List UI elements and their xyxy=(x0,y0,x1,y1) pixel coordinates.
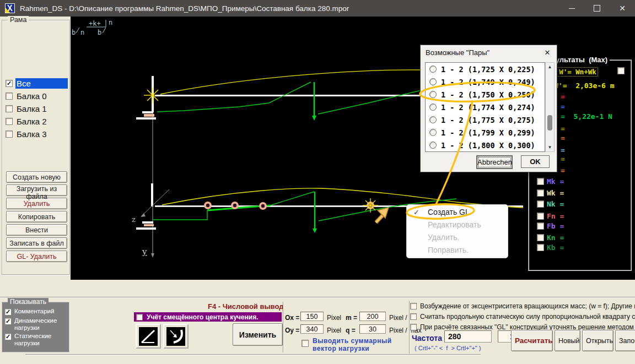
close-button[interactable]: ✕ xyxy=(610,0,635,17)
results-header-checkbox[interactable] xyxy=(617,67,625,74)
radio-icon[interactable] xyxy=(429,78,437,85)
axis-z-label: z xyxy=(132,215,136,224)
q-label: q = xyxy=(346,327,356,334)
sidebar-button[interactable]: Копировать xyxy=(6,211,67,222)
radio-icon[interactable] xyxy=(429,142,437,149)
results-row-checkbox[interactable] xyxy=(537,189,544,197)
results-value: = 5,22e-1 N xyxy=(561,112,612,121)
frame-item[interactable]: Балка 3 xyxy=(4,128,68,140)
new-button[interactable]: Новый xyxy=(555,330,580,351)
pair-option-label: 1 - 2 (1,750 X 0,250) xyxy=(441,90,535,99)
frame-item[interactable]: Балка 0 xyxy=(4,90,68,102)
minimize-button[interactable] xyxy=(559,0,584,17)
results-row-checkbox[interactable] xyxy=(537,178,544,185)
frame-item-checkbox[interactable] xyxy=(6,131,13,138)
show-option-checkbox[interactable]: ✓ xyxy=(4,308,12,316)
results-checkbox-row: Fb = xyxy=(537,222,564,230)
pairs-scrollbar[interactable]: ▲ ▼ xyxy=(545,62,555,152)
sidebar-button[interactable]: Создать новую xyxy=(6,171,67,183)
pair-option[interactable]: 1 - 2 (1,749 X 0,249) xyxy=(426,75,545,88)
sidebar-button[interactable]: GL- Удалить xyxy=(6,251,67,262)
pair-option[interactable]: 1 - 2 (1,799 X 0,299) xyxy=(426,126,545,139)
pair-option[interactable]: 1 - 2 (1,800 X 0,300) xyxy=(426,139,545,151)
option-row[interactable]: Возбуждение от эксцентриситета вращающих… xyxy=(410,302,635,310)
show-option[interactable]: ✓Статические нагрузки xyxy=(4,333,57,346)
change-button[interactable]: Изменить xyxy=(233,323,283,346)
pair-option[interactable]: 1 - 2 (1,725 X 0,225) xyxy=(426,63,545,75)
option-checkbox[interactable] xyxy=(410,313,417,320)
sidebar-button[interactable]: Внести xyxy=(6,224,67,236)
pairs-dialog: Возможные "Пары" ✕ 1 - 2 (1,725 X 0,225)… xyxy=(420,45,557,172)
option-label: Возбуждение от эксцентриситета вращающих… xyxy=(420,302,635,310)
results-row-checkbox[interactable] xyxy=(537,244,544,251)
option-checkbox[interactable] xyxy=(410,303,417,309)
radio-icon[interactable] xyxy=(429,66,437,73)
results-checkbox-row: Kn = xyxy=(537,233,564,242)
pair-option-label: 1 - 2 (1,725 X 0,225) xyxy=(441,65,535,74)
ox-input[interactable] xyxy=(300,312,324,321)
frame-item-label: Все xyxy=(15,78,68,89)
torsion-checkbox[interactable] xyxy=(136,314,143,320)
calculate-button[interactable]: Расчитать xyxy=(511,330,553,351)
radio-icon[interactable] xyxy=(429,104,437,111)
ok-button[interactable]: OK xyxy=(521,155,550,168)
torsion-label: Учёт смещённого центра кучения. xyxy=(147,313,258,321)
node-star-lower xyxy=(363,198,378,213)
curved-arrow-icon xyxy=(166,327,185,346)
frame-item-label: Балка 0 xyxy=(15,91,68,101)
m-input[interactable] xyxy=(359,312,386,321)
results-value: W'= 2,03e-6 m xyxy=(554,82,615,90)
frequency-hint: ( Crtl+"-" < f > Crtl+"+" ) xyxy=(415,345,481,351)
results-checkbox-row: Fn = xyxy=(537,212,564,220)
pairs-dialog-titlebar[interactable]: Возможные "Пары" ✕ xyxy=(421,45,557,59)
option-row[interactable]: Считать продольную статическую силу проп… xyxy=(410,313,635,320)
sum-vector-checkbox[interactable] xyxy=(302,340,309,347)
results-checkbox-row: Wk = xyxy=(537,189,564,197)
frame-item[interactable]: Балка 1 xyxy=(4,102,68,115)
dialog-close-icon[interactable]: ✕ xyxy=(538,45,557,59)
frame-item[interactable]: Балка 2 xyxy=(4,115,68,128)
diagonal-tool-button[interactable] xyxy=(136,324,161,349)
results-row-checkbox[interactable] xyxy=(537,213,544,220)
open-button[interactable]: Открыть xyxy=(582,330,614,351)
frame-item-checkbox[interactable] xyxy=(6,93,13,100)
legend-b2: b xyxy=(98,29,101,36)
show-option[interactable]: ✓Динамические нагрузки xyxy=(4,317,57,331)
maximize-button[interactable] xyxy=(584,0,610,17)
q-input[interactable] xyxy=(359,324,386,334)
curve-tool-button[interactable] xyxy=(163,324,189,349)
ox-label: Ox = xyxy=(285,314,299,322)
radio-icon[interactable] xyxy=(429,91,437,98)
pair-option[interactable]: 1 - 2 (1,774 X 0,274) xyxy=(426,101,545,113)
frame-item-checkbox[interactable]: ✓ xyxy=(6,80,13,87)
sidebar-button[interactable]: Записать в файл xyxy=(6,237,67,249)
radio-icon[interactable] xyxy=(429,116,437,123)
pair-option[interactable]: 1 - 2 (1,775 X 0,275) xyxy=(426,113,545,126)
radio-icon[interactable] xyxy=(429,129,437,136)
abbrechen-button[interactable]: Abbrechen xyxy=(476,155,513,169)
results-row-checkbox[interactable] xyxy=(537,222,544,230)
show-option[interactable]: ✓Комментарий xyxy=(4,308,57,316)
oy-input[interactable] xyxy=(300,324,324,334)
pair-option-label: 1 - 2 (1,799 X 0,299) xyxy=(441,128,535,137)
context-menu-item[interactable]: ✓Создать GL. xyxy=(407,206,508,219)
pair-option-label: 1 - 2 (1,749 X 0,249) xyxy=(441,78,535,86)
show-option-checkbox[interactable]: ✓ xyxy=(4,318,12,325)
scroll-down-icon[interactable]: ▼ xyxy=(546,143,554,151)
frame-item-checkbox[interactable] xyxy=(6,105,13,112)
option-checkbox[interactable] xyxy=(410,324,417,330)
results-row-checkbox[interactable] xyxy=(537,200,544,208)
frame-item-checkbox[interactable] xyxy=(6,118,13,125)
show-option-checkbox[interactable]: ✓ xyxy=(4,333,12,340)
pairs-dialog-title: Возможные "Пары" xyxy=(426,48,538,57)
pair-option[interactable]: 1 - 2 (1,750 X 0,250) xyxy=(426,88,545,101)
save-button[interactable]: Запомнить xyxy=(615,330,635,351)
scroll-up-icon[interactable]: ▲ xyxy=(546,63,554,71)
diagonal-line-icon xyxy=(139,327,158,346)
sidebar-button[interactable]: Удалить xyxy=(6,198,67,209)
frequency-input[interactable] xyxy=(444,330,492,343)
sidebar-button[interactable]: Загрузить из файла xyxy=(6,184,67,196)
results-row-checkbox[interactable] xyxy=(537,234,544,241)
frame-item[interactable]: ✓Все xyxy=(4,77,68,90)
scroll-thumb[interactable] xyxy=(547,115,552,131)
